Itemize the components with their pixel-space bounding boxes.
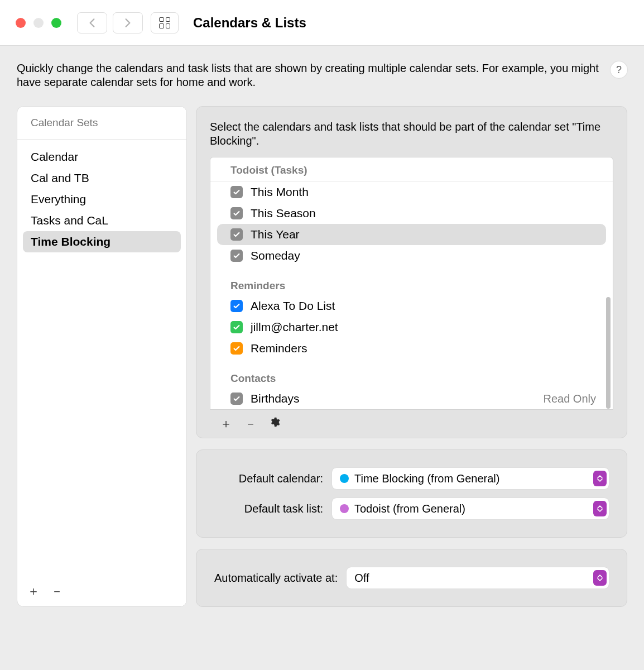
add-calendar-button[interactable]: ＋ [220,415,232,432]
titlebar: Calendars & Lists [0,0,644,46]
list-item-label: Someday [251,249,300,262]
close-window[interactable] [16,18,26,28]
add-set-button[interactable]: ＋ [27,583,40,600]
detail-instruction: Select the calendars and task lists that… [210,120,613,148]
list-item[interactable]: Alexa To Do List [210,295,613,317]
list-item-label: jillm@charter.net [251,320,338,334]
forward-button[interactable] [113,12,143,34]
zoom-window[interactable] [51,18,61,28]
list-item[interactable]: This Year [217,224,606,245]
calendar-list: Todoist (Tasks)This MonthThis SeasonThis… [210,157,613,410]
checkbox[interactable] [230,207,243,219]
list-item-label: This Year [251,228,300,241]
list-item-label: Birthdays [251,392,300,405]
auto-activate-popup[interactable]: Off [347,567,609,588]
default-tasklist-row: Default task list: Todoist (from General… [214,494,609,524]
calendar-sets-list: CalendarCal and TBEverythingTasks and Ca… [17,140,186,576]
checkbox[interactable] [230,250,243,262]
checkbox[interactable] [230,342,243,355]
updown-icon [593,570,607,586]
auto-activate-value: Off [354,572,369,585]
minimize-window[interactable] [33,18,44,28]
help-button[interactable]: ? [611,61,627,78]
list-item[interactable]: BirthdaysRead Only [210,388,613,409]
checkbox[interactable] [230,321,243,333]
calendar-set-item[interactable]: Tasks and CaL [23,210,181,231]
updown-icon [593,471,607,486]
auto-activate-label: Automatically activate at: [214,572,338,585]
checkbox[interactable] [230,186,243,198]
remove-calendar-button[interactable]: － [244,415,257,432]
default-calendar-popup[interactable]: Time Blocking (from General) [332,468,609,489]
default-tasklist-popup[interactable]: Todoist (from General) [332,498,609,519]
list-item[interactable]: This Season [210,203,613,224]
calendar-set-item[interactable]: Calendar [23,146,181,168]
back-button[interactable] [77,12,107,34]
list-item[interactable]: Reminders [210,338,613,359]
list-item-label: This Season [251,207,316,220]
tasklist-color-swatch [340,504,349,513]
calendar-set-item[interactable]: Cal and TB [23,168,181,189]
list-item-extra: Read Only [544,393,602,405]
list-item[interactable]: Someday [210,245,613,266]
list-item-label: Alexa To Do List [251,299,335,313]
list-section-header: Reminders [210,266,613,295]
auto-activate-row: Automatically activate at: Off [214,563,609,593]
calendar-set-item[interactable]: Everything [23,189,181,210]
default-calendar-label: Default calendar: [214,472,323,485]
calendar-color-swatch [340,474,349,483]
activate-panel: Automatically activate at: Off [196,549,627,607]
configure-calendar-button[interactable] [269,417,280,431]
list-item[interactable]: This Month [210,181,613,203]
list-item-label: This Month [251,185,309,199]
list-section-header: Contacts [210,359,613,388]
grid-icon [159,17,170,28]
chevron-left-icon [88,18,96,28]
checkbox[interactable] [230,300,243,312]
list-section-header: Todoist (Tasks) [210,157,613,181]
checkbox[interactable] [230,393,243,405]
list-item[interactable]: jillm@charter.net [210,317,613,338]
default-calendar-row: Default calendar: Time Blocking (from Ge… [214,463,609,494]
default-calendar-value: Time Blocking (from General) [354,472,499,485]
defaults-panel: Default calendar: Time Blocking (from Ge… [196,449,627,538]
show-all-button[interactable] [151,12,179,34]
calendar-sets-panel: Calendar Sets CalendarCal and TBEverythi… [17,106,187,607]
checkbox[interactable] [230,228,243,241]
updown-icon [593,501,607,516]
default-tasklist-value: Todoist (from General) [354,502,465,515]
scrollbar[interactable] [606,297,611,409]
chevron-right-icon [124,18,132,28]
list-item-label: Reminders [251,342,307,355]
calendar-sets-header: Calendar Sets [17,107,186,140]
gear-icon [269,417,280,428]
page-description: Quickly change the calendars and task li… [17,61,599,89]
calendar-set-item[interactable]: Time Blocking [23,231,181,252]
window-title: Calendars & Lists [193,15,306,31]
detail-panel: Select the calendars and task lists that… [196,106,627,438]
default-tasklist-label: Default task list: [214,502,323,515]
remove-set-button[interactable]: － [51,583,63,600]
traffic-lights [16,18,61,28]
nav-buttons [77,12,143,34]
